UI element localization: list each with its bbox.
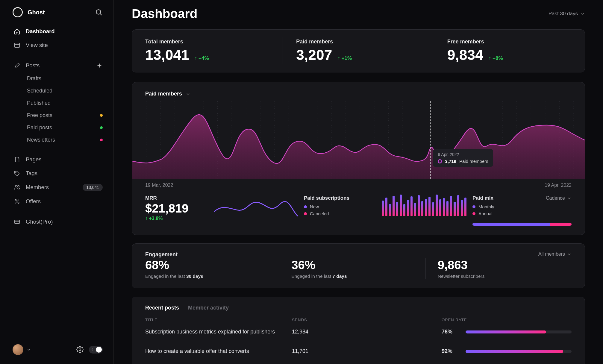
sidebar-item-view-site[interactable]: View site <box>0 38 113 52</box>
sidebar-item-dashboard[interactable]: Dashboard <box>0 25 113 38</box>
page-icon <box>14 156 20 163</box>
theme-toggle[interactable]: ☾ <box>89 346 103 354</box>
svg-point-11 <box>18 202 19 204</box>
chart-tooltip: 9 Apr, 2022 3,719 Paid members <box>433 149 493 167</box>
chevron-down-icon <box>567 252 572 257</box>
avatar <box>13 344 23 355</box>
ghost-logo-icon <box>13 7 23 17</box>
sidebar-sub-scheduled[interactable]: Scheduled <box>0 85 113 97</box>
tag-icon <box>14 170 20 177</box>
toggle-knob <box>96 347 102 353</box>
members-icon <box>14 184 20 191</box>
tab-member-activity[interactable]: Member activity <box>188 305 229 311</box>
members-count-badge: 13,041 <box>83 184 103 191</box>
chart-cursor-line <box>430 101 431 179</box>
svg-point-0 <box>96 10 101 14</box>
page-header: Dashboard Past 30 days <box>132 7 585 21</box>
subscriptions-bars <box>382 195 466 216</box>
window-icon <box>14 42 20 48</box>
table-row[interactable]: How to create a valuable offer that conv… <box>145 342 572 361</box>
chart-title: Paid members <box>145 91 182 97</box>
sidebar-footer: ☾ <box>0 344 113 358</box>
card-icon <box>14 219 20 225</box>
svg-line-9 <box>15 200 19 204</box>
sidebar-nav: Dashboard View site Posts Drafts Schedul… <box>0 25 113 344</box>
engagement-title: Engagement <box>145 251 178 258</box>
sidebar-item-members[interactable]: Members 13,041 <box>0 180 113 195</box>
mrr-sparkline <box>214 195 298 220</box>
svg-point-7 <box>15 185 17 187</box>
status-dot-icon <box>100 126 103 129</box>
chevron-down-icon[interactable] <box>186 92 190 96</box>
posts-table-head: TITLE SENDS OPEN RATE <box>145 318 572 322</box>
sidebar-item-ghostpro[interactable]: Ghost(Pro) <box>0 215 113 229</box>
brand[interactable]: Ghost <box>13 7 45 17</box>
paid-mix-block[interactable]: Paid mix Cadence Monthly Annual <box>472 195 572 226</box>
sidebar-item-posts[interactable]: Posts <box>0 59 113 72</box>
svg-point-8 <box>18 186 19 187</box>
svg-point-14 <box>79 349 81 351</box>
page-title: Dashboard <box>132 7 197 21</box>
sidebar-sub-newsletters[interactable]: Newsletters <box>0 134 113 146</box>
open-rate-bar <box>466 350 572 353</box>
moon-icon: ☾ <box>91 348 95 352</box>
stat-total-members[interactable]: Total members 13,041↑ +4% <box>132 37 283 64</box>
sidebar-item-label: Dashboard <box>26 28 103 35</box>
sidebar-item-label: View site <box>26 42 103 48</box>
chevron-down-icon <box>26 347 31 352</box>
mrr-block[interactable]: MRR $21,819 ↑ +3.8% <box>145 195 208 221</box>
date-range-dropdown[interactable]: Past 30 days <box>549 11 585 17</box>
search-icon[interactable] <box>95 8 103 16</box>
svg-rect-12 <box>15 220 20 224</box>
cadence-dropdown[interactable]: Cadence <box>546 195 572 201</box>
chevron-down-icon <box>567 196 572 201</box>
sidebar-sub-paid-posts[interactable]: Paid posts <box>0 122 113 134</box>
tab-recent-posts[interactable]: Recent posts <box>145 305 179 311</box>
paid-subscriptions-block[interactable]: Paid subscriptions New Canceled <box>304 195 376 216</box>
engagement-filter-dropdown[interactable]: All members <box>538 251 572 257</box>
sidebar-header: Ghost <box>0 7 113 25</box>
percent-icon <box>14 198 20 205</box>
engagement-card: Engagement All members 68% Engaged in th… <box>132 243 585 288</box>
sidebar-item-label: Posts <box>26 62 91 69</box>
chevron-down-icon <box>580 11 585 16</box>
stat-free-members[interactable]: Free members 9,834↑ +8% <box>434 37 585 64</box>
svg-point-10 <box>15 199 16 201</box>
brand-name: Ghost <box>28 9 45 16</box>
sidebar-item-tags[interactable]: Tags <box>0 166 113 180</box>
main-content: Dashboard Past 30 days Total members 13,… <box>114 0 603 364</box>
engagement-7d[interactable]: 36% Engaged in the last 7 days <box>279 258 425 279</box>
user-menu[interactable] <box>13 344 31 355</box>
open-rate-bar <box>466 330 572 333</box>
svg-point-6 <box>16 172 16 173</box>
svg-line-1 <box>100 14 102 15</box>
engagement-30d[interactable]: 68% Engaged in the last 30 days <box>145 258 279 279</box>
edit-icon <box>14 62 20 69</box>
paid-mix-bar <box>472 223 572 226</box>
paid-members-chart-card: Paid members 9 Apr, 2022 <box>132 82 585 235</box>
chart-date-range: 19 Mar, 2022 19 Apr, 2022 <box>132 179 585 188</box>
stat-paid-members[interactable]: Paid members 3,207↑ +1% <box>283 37 434 64</box>
home-icon <box>14 28 20 35</box>
svg-rect-2 <box>15 43 20 48</box>
sidebar-item-pages[interactable]: Pages <box>0 153 113 166</box>
status-dot-icon <box>100 139 103 141</box>
sidebar-sub-drafts[interactable]: Drafts <box>0 72 113 85</box>
status-dot-icon <box>100 114 103 117</box>
sub-metrics-row: MRR $21,819 ↑ +3.8% Paid subscriptions N… <box>132 188 585 235</box>
posts-tabs: Recent posts Member activity <box>145 305 572 311</box>
stats-card: Total members 13,041↑ +4% Paid members 3… <box>132 29 585 72</box>
plus-icon[interactable] <box>96 62 103 69</box>
sidebar-sub-free-posts[interactable]: Free posts <box>0 109 113 122</box>
sidebar-item-offers[interactable]: Offers <box>0 195 113 208</box>
series-dot-icon <box>438 159 442 163</box>
paid-members-chart[interactable]: 9 Apr, 2022 3,719 Paid members <box>132 101 585 179</box>
table-row[interactable]: Subscription business metrics explained … <box>145 322 572 342</box>
gear-icon[interactable] <box>76 346 84 353</box>
sidebar: Ghost Dashboard View site Posts Drafts S… <box>0 0 114 364</box>
sidebar-sub-published[interactable]: Published <box>0 97 113 109</box>
newsletter-subscribers[interactable]: 9,863 Newsletter subscribers <box>425 258 572 279</box>
recent-posts-card: Recent posts Member activity TITLE SENDS… <box>132 297 585 364</box>
